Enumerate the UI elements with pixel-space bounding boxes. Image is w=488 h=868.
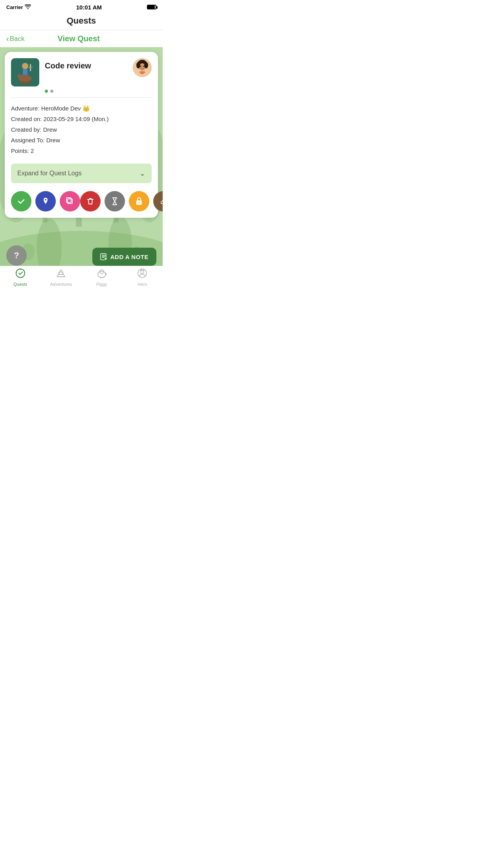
adventures-icon-svg <box>56 268 66 278</box>
help-label: ? <box>14 250 19 261</box>
svg-rect-26 <box>28 67 33 68</box>
check-icon <box>17 197 26 206</box>
expand-quest-logs-button[interactable]: Expand for Quest Logs ⌄ <box>11 164 152 183</box>
avatar <box>133 58 152 77</box>
app-wrapper: Carrier 10:01 AM Quests ‹ Back V <box>0 0 163 289</box>
svg-point-17 <box>22 63 28 69</box>
quest-details: Adventure: HeroMode Dev 👑 Created on: 20… <box>11 103 152 159</box>
action-right-group <box>80 191 163 211</box>
svg-point-47 <box>101 271 101 272</box>
lock-icon <box>136 197 143 206</box>
piggy-icon-svg <box>96 268 107 278</box>
adventures-tab-icon <box>56 268 66 281</box>
tab-piggy-label: Piggy <box>96 282 107 287</box>
nav-bar: ‹ Back View Quest <box>0 30 163 47</box>
tab-hero-label: Hero <box>138 282 147 287</box>
tab-quests[interactable]: Quests <box>0 266 41 289</box>
battery-fill <box>148 6 155 9</box>
svg-point-40 <box>139 202 140 203</box>
pin-icon <box>42 197 50 206</box>
quest-image <box>11 58 39 86</box>
copy-button[interactable] <box>60 191 80 211</box>
svg-rect-37 <box>68 199 72 204</box>
svg-point-43 <box>16 269 25 278</box>
tab-hero[interactable]: Hero <box>122 266 163 289</box>
svg-point-24 <box>17 74 22 78</box>
divider <box>11 97 152 98</box>
detail-assigned-to: Assigned To: Drew <box>11 136 152 144</box>
tab-bar: Quests Adventures <box>0 266 163 289</box>
quest-card: Code review <box>5 52 158 218</box>
lock-button[interactable] <box>129 191 149 211</box>
pin-button[interactable] <box>35 191 56 211</box>
page-title: Quests <box>0 16 163 26</box>
complete-button[interactable] <box>11 191 31 211</box>
quest-image-svg <box>11 58 39 86</box>
svg-rect-18 <box>23 69 28 75</box>
back-chevron-icon: ‹ <box>6 34 9 43</box>
delete-button[interactable] <box>80 191 101 211</box>
tab-adventures-label: Adventures <box>50 282 72 287</box>
status-bar: Carrier 10:01 AM <box>0 0 163 13</box>
svg-point-48 <box>102 271 103 272</box>
timer-button[interactable] <box>105 191 125 211</box>
action-left-group <box>11 191 80 211</box>
trash-icon <box>86 197 94 206</box>
page-title-bar: Quests <box>0 13 163 30</box>
add-note-label: ADD A NOTE <box>110 254 149 260</box>
battery-icon <box>147 5 156 9</box>
dot-2 <box>50 90 53 93</box>
svg-point-30 <box>136 62 140 68</box>
detail-points: Points: 2 <box>11 147 152 155</box>
avatar-svg <box>133 58 152 77</box>
tab-quests-label: Quests <box>13 282 27 287</box>
wifi-icon <box>25 4 31 10</box>
card-header: Code review <box>11 58 152 86</box>
quest-title: Code review <box>45 61 133 70</box>
svg-point-36 <box>45 199 46 200</box>
pagination-dots <box>45 90 152 93</box>
detail-created-by: Created by: Drew <box>11 125 152 134</box>
svg-rect-38 <box>66 198 71 202</box>
detail-adventure: Adventure: HeroMode Dev 👑 <box>11 104 152 112</box>
dot-1 <box>45 90 48 93</box>
svg-point-31 <box>144 62 148 68</box>
edit-button[interactable] <box>153 191 163 211</box>
floating-area: ? ADD A NOTE <box>0 245 163 266</box>
back-button[interactable]: ‹ Back <box>6 34 24 43</box>
svg-point-45 <box>98 271 106 278</box>
chevron-down-icon: ⌄ <box>139 169 145 178</box>
hourglass-icon <box>110 197 119 206</box>
detail-created: Created on: 2023-05-29 14:09 (Mon.) <box>11 115 152 123</box>
status-time: 10:01 AM <box>76 4 102 11</box>
svg-rect-23 <box>29 80 31 84</box>
svg-point-35 <box>141 72 143 74</box>
carrier: Carrier <box>6 4 31 10</box>
quests-tab-icon <box>15 268 26 281</box>
svg-point-50 <box>141 270 144 274</box>
expand-label: Expand for Quest Logs <box>17 170 82 177</box>
help-button[interactable]: ? <box>6 245 27 266</box>
battery-indicator <box>147 5 156 9</box>
svg-rect-20 <box>20 80 21 84</box>
hero-icon-svg <box>137 268 147 278</box>
add-note-icon <box>100 253 107 260</box>
nav-title: View Quest <box>24 34 133 43</box>
action-row <box>11 189 152 211</box>
pencil-icon <box>160 197 163 205</box>
svg-point-33 <box>143 66 145 67</box>
piggy-tab-icon <box>96 268 107 281</box>
svg-rect-21 <box>23 81 24 85</box>
back-label: Back <box>10 35 25 43</box>
hero-tab-icon <box>137 268 147 281</box>
tab-adventures[interactable]: Adventures <box>41 266 82 289</box>
quests-icon-svg <box>15 268 26 278</box>
copy-icon <box>66 197 74 205</box>
scroll-content: Code review <box>0 47 163 289</box>
carrier-text: Carrier <box>6 4 23 10</box>
svg-point-32 <box>140 66 141 67</box>
svg-rect-22 <box>26 81 28 85</box>
tab-piggy[interactable]: Piggy <box>81 266 122 289</box>
add-note-button[interactable]: ADD A NOTE <box>92 248 156 266</box>
